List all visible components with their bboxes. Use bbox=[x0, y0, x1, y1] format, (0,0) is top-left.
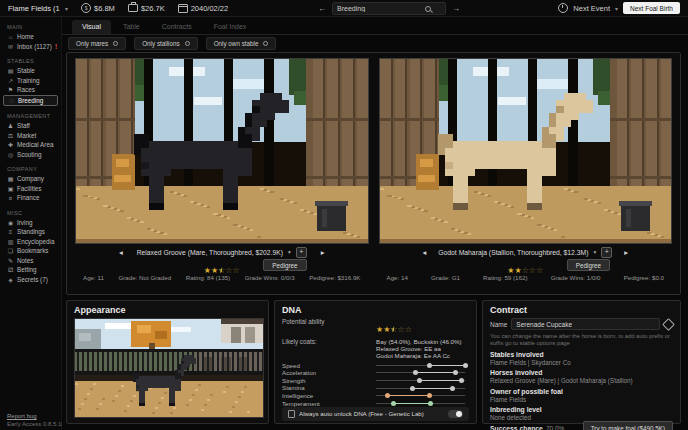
make-foal-button[interactable]: Try to make foal ($490.5K) bbox=[583, 421, 673, 430]
horse-name-row: ◂Godot Maharaja (Stallion, Thoroughbred,… bbox=[379, 247, 673, 257]
horse-stat: Grade: Not Graded bbox=[118, 274, 171, 281]
bookmarks-icon: ❏ bbox=[7, 247, 14, 254]
filter-chip-only-own-stable[interactable]: Only own stable bbox=[206, 37, 277, 50]
toggle-switch[interactable] bbox=[448, 410, 463, 418]
sidebar: MAIN⌂Home✉Inbox (1127)!STABLES▤Stable↗Tr… bbox=[0, 17, 62, 430]
version-label: Early Access 0.8.5.10 bbox=[7, 421, 65, 427]
facilities-icon: ▣ bbox=[7, 185, 14, 192]
likely-coat-line: Relaxed Groove: EE aa bbox=[376, 345, 469, 352]
contract-details: Stables involvedFlame Fields | Skydancer… bbox=[490, 347, 673, 421]
sidebar-item-label: Encyclopedia bbox=[17, 238, 54, 245]
sidebar-item-irving[interactable]: ◉Irving bbox=[0, 218, 61, 228]
sidebar-item-inbox-1127[interactable]: ✉Inbox (1127)! bbox=[0, 42, 61, 52]
sidebar-item-scouting[interactable]: ◎Scouting bbox=[0, 150, 61, 160]
horse-stat: Grade Wins: 0/0/3 bbox=[245, 274, 295, 281]
star-icon: ★ bbox=[204, 266, 211, 275]
secrets-icon: ◈ bbox=[7, 276, 14, 283]
sidebar-item-label: Facilities bbox=[17, 185, 42, 192]
sidebar-item-standings[interactable]: ≡Standings bbox=[0, 227, 61, 237]
add-horse-button[interactable]: + bbox=[601, 247, 612, 258]
add-horse-button[interactable]: + bbox=[296, 247, 307, 258]
search-input[interactable] bbox=[337, 5, 421, 12]
back-icon[interactable]: ← bbox=[318, 4, 326, 13]
filter-chip-only-stallions[interactable]: Only stallions bbox=[134, 37, 197, 50]
sidebar-item-finance[interactable]: ¤Finance bbox=[0, 193, 61, 203]
dna-slider-dot bbox=[413, 370, 418, 375]
foal-preview-image bbox=[74, 318, 264, 418]
sidebar-item-label: Betting bbox=[17, 266, 37, 273]
sidebar-item-bookmarks[interactable]: ❏Bookmarks bbox=[0, 246, 61, 256]
sidebar-item-label: Staff bbox=[17, 122, 30, 129]
sidebar-item-training[interactable]: ↗Training bbox=[0, 76, 61, 86]
horse-rating-row: ★★☆☆☆Pedigree bbox=[379, 259, 673, 270]
dna-slider-dot bbox=[428, 401, 433, 406]
chevron-down-icon[interactable]: ▾ bbox=[615, 5, 618, 12]
sidebar-item-staff[interactable]: ♟Staff bbox=[0, 121, 61, 131]
forward-icon[interactable]: → bbox=[452, 4, 460, 13]
sidebar-item-notes[interactable]: ✎Notes bbox=[0, 256, 61, 266]
sidebar-item-betting[interactable]: ⚂Betting bbox=[0, 265, 61, 275]
horse-select-chevron[interactable]: ▾ bbox=[593, 249, 596, 255]
horse-stat: Grade: G1 bbox=[431, 274, 460, 281]
tab-visual[interactable]: Visual bbox=[72, 20, 111, 34]
prev-horse-arrow[interactable]: ◂ bbox=[423, 248, 427, 257]
horse-stat: Rating: 59 (162) bbox=[483, 274, 527, 281]
dna-slider-temperament: Temperament bbox=[282, 399, 469, 407]
likely-coats-label: Likely coats: bbox=[282, 338, 376, 345]
star-half-icon: ☆★ bbox=[218, 267, 225, 275]
dna-slider-dot bbox=[417, 378, 422, 383]
tab-table[interactable]: Table bbox=[113, 20, 150, 34]
horse-select-chevron[interactable]: ▾ bbox=[288, 249, 291, 255]
success-chance-value: 70.0% bbox=[546, 425, 564, 430]
sidebar-item-encyclopedia[interactable]: ▥Encyclopedia bbox=[0, 237, 61, 247]
contract-heading-inbreeding-level: Inbreeding level bbox=[490, 406, 673, 413]
stable-icon: ▤ bbox=[7, 67, 14, 74]
next-horse-arrow[interactable]: ▸ bbox=[624, 248, 628, 257]
auto-unlock-toggle[interactable]: Always auto unlock DNA (Free - Genetic L… bbox=[282, 407, 469, 421]
search-box[interactable] bbox=[332, 2, 446, 15]
dna-slider-stamina: Stamina bbox=[282, 384, 469, 392]
contract-heading-stables-involved: Stables involved bbox=[490, 351, 673, 358]
stallion-card: ◂Godot Maharaja (Stallion, Thoroughbred,… bbox=[379, 58, 673, 289]
money-secondary-value: $26.7K bbox=[141, 4, 165, 13]
sidebar-item-breeding[interactable]: ♡Breeding bbox=[3, 95, 58, 107]
dna-slider-dot bbox=[427, 393, 432, 398]
horse-star-rating: ★★☆★☆☆ bbox=[204, 259, 240, 270]
potential-ability-label: Potential ability bbox=[282, 318, 376, 325]
sidebar-item-races[interactable]: ⚑Races bbox=[0, 85, 61, 95]
dna-title: DNA bbox=[282, 305, 469, 315]
dna-slider-label: Acceleration bbox=[282, 369, 376, 376]
stable-name[interactable]: Flame Fields (1... bbox=[8, 4, 60, 13]
sidebar-item-secrets-7[interactable]: ◈Secrets (7) bbox=[0, 275, 61, 285]
market-icon: ⚖ bbox=[7, 132, 14, 139]
sidebar-item-label: Breeding bbox=[18, 97, 43, 104]
sidebar-item-company[interactable]: ▦Company bbox=[0, 174, 61, 184]
sidebar-item-stable[interactable]: ▤Stable bbox=[0, 66, 61, 76]
pedigree-button[interactable]: Pedigree bbox=[263, 259, 306, 271]
sidebar-item-facilities[interactable]: ▣Facilities bbox=[0, 184, 61, 194]
foal-name-field[interactable] bbox=[511, 318, 660, 330]
notes-icon: ✎ bbox=[7, 257, 14, 264]
next-foal-birth-button[interactable]: Next Foal Birth bbox=[623, 2, 680, 14]
sidebar-item-label: Company bbox=[17, 175, 44, 182]
sidebar-item-medical-area[interactable]: ✚Medical Area bbox=[0, 140, 61, 150]
star-icon: ☆ bbox=[536, 266, 543, 275]
foal-name-label: Name bbox=[490, 321, 507, 328]
prev-horse-arrow[interactable]: ◂ bbox=[119, 248, 123, 257]
search-area: ← → bbox=[318, 0, 460, 17]
tab-contracts[interactable]: Contracts bbox=[152, 20, 202, 34]
randomize-name-icon[interactable] bbox=[662, 318, 675, 331]
report-bug-link[interactable]: Report bug bbox=[7, 413, 65, 419]
irving-icon: ◉ bbox=[7, 219, 14, 226]
next-event-label[interactable]: Next Event bbox=[573, 4, 610, 13]
chevron-down-icon[interactable]: ▾ bbox=[65, 5, 68, 12]
topbar: Flame Fields (1... ▾ $ $6.8M $26.7K 2040… bbox=[0, 0, 688, 17]
pedigree-button[interactable]: Pedigree bbox=[567, 259, 610, 271]
sidebar-item-home[interactable]: ⌂Home bbox=[0, 32, 61, 42]
sidebar-item-market[interactable]: ⚖Market bbox=[0, 131, 61, 141]
filter-chip-only-mares[interactable]: Only mares bbox=[68, 37, 126, 50]
next-horse-arrow[interactable]: ▸ bbox=[321, 248, 325, 257]
tab-foal-index[interactable]: Foal Index bbox=[204, 20, 257, 34]
foal-name-input[interactable] bbox=[516, 321, 655, 328]
dna-slider-dot bbox=[427, 363, 432, 368]
